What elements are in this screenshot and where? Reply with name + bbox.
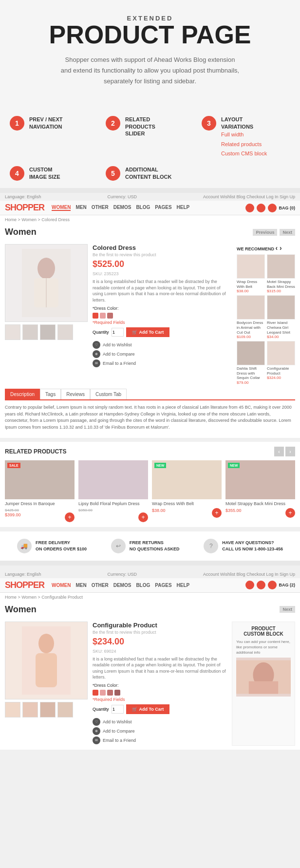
related-next-btn[interactable]: › xyxy=(285,447,295,456)
nav-help[interactable]: HELP xyxy=(177,205,190,211)
related-price-3: $38.00 + xyxy=(152,508,222,513)
account-icon-2[interactable] xyxy=(268,581,277,589)
tab-tags[interactable]: Tags xyxy=(40,389,61,399)
related-name-3: Wrap Dress With Belt xyxy=(152,501,222,507)
compare-action-icon: ⊕ xyxy=(93,350,100,358)
thumb-3[interactable] xyxy=(40,324,56,340)
required-label-2: *Required Fields xyxy=(93,697,227,702)
related-name-2: Lipsy Bold Floral Peplum Dress xyxy=(78,501,148,507)
swatch2-rose[interactable] xyxy=(107,690,113,696)
nav2-other[interactable]: OTHER xyxy=(92,583,109,588)
recommend-area: WE RECOMMEND ‹ › Wrap Dress With Belt $3… xyxy=(237,244,295,385)
swatch-pink[interactable] xyxy=(100,313,106,319)
rec-name-2: Motel Strappy Back Mini Dress xyxy=(267,280,295,289)
hero-description: Shopper comes with support of Ahead Work… xyxy=(10,55,290,87)
add-btn-4[interactable]: + xyxy=(285,508,295,518)
related-section: RELATED PRODUCTS ‹ › SALE Jumper Dress I… xyxy=(0,442,300,527)
nav2-blog[interactable]: BLOG xyxy=(136,583,150,588)
top-bar: Language: English Currency: USD Account … xyxy=(0,193,300,201)
quantity-input-2[interactable] xyxy=(112,705,124,714)
add-to-cart-button[interactable]: 🛒 Add To Cart xyxy=(126,327,170,337)
thumb2-4[interactable] xyxy=(57,702,73,717)
logo: SHOPPER xyxy=(5,203,44,213)
nav2-men[interactable]: MEN xyxy=(75,583,86,588)
cart-icon: 🛒 xyxy=(132,330,137,335)
tabs-row: Description Tags Reviews Custom Tab xyxy=(5,389,295,400)
wishlist-icon[interactable] xyxy=(257,204,265,212)
add-btn-1[interactable]: + xyxy=(65,512,75,522)
bf-questions: ? HAVE ANY QUESTIONS?CALL US NOW 1-800-1… xyxy=(204,539,283,553)
thumb-2[interactable] xyxy=(22,324,38,340)
product-sku: SKU: 235223 xyxy=(93,271,232,276)
cart-icon-2: 🛒 xyxy=(132,707,137,712)
wishlist-action[interactable]: ♡ Add to Wishlist xyxy=(93,341,232,349)
nav-men[interactable]: MEN xyxy=(75,205,86,211)
search-icon-2[interactable] xyxy=(245,581,254,589)
rec-product-2: Motel Strappy Back Mini Dress $315.00 xyxy=(267,254,295,293)
related-product-2: Lipsy Bold Floral Peplum Dress $350.00 + xyxy=(78,460,148,522)
swatch2-dark[interactable] xyxy=(114,690,120,696)
thumb2-3[interactable] xyxy=(40,702,56,717)
custom-cms-link[interactable]: Custom CMS block xyxy=(221,149,267,159)
nav2-women[interactable]: WOMEN xyxy=(52,583,71,588)
related-price-4: $355.00 + xyxy=(225,508,295,513)
nav-demos[interactable]: DEMOS xyxy=(113,205,131,211)
rec-img-2 xyxy=(267,254,295,279)
top-bar-right-2: Account Wishlist Blog Checkout Log In Si… xyxy=(203,572,295,577)
thumb-4[interactable] xyxy=(57,324,73,340)
thumb2-2[interactable] xyxy=(22,702,38,717)
compare-action-2[interactable]: ⊕ Add to Compare xyxy=(93,727,227,735)
prev-button[interactable]: Previous xyxy=(253,229,277,236)
nav-pages[interactable]: PAGES xyxy=(155,205,171,211)
hero-title: PRODUCT PAGE xyxy=(10,22,290,47)
add-btn-3[interactable]: + xyxy=(212,508,222,518)
next-button[interactable]: Next xyxy=(280,229,295,236)
rec-nav[interactable]: ‹ › xyxy=(276,244,282,252)
product-thumbnails-2 xyxy=(5,702,88,717)
wishlist-label: Add to Wishlist xyxy=(103,342,132,347)
bag-label[interactable]: BAG (0) xyxy=(279,206,296,210)
email-action[interactable]: ✉ Email to a Friend xyxy=(93,359,232,367)
next-button-2[interactable]: Next xyxy=(280,606,295,613)
swatch-red[interactable] xyxy=(93,313,98,319)
account-icon[interactable] xyxy=(268,204,277,212)
page-title: Women xyxy=(5,227,37,237)
quantity-input[interactable] xyxy=(112,328,124,337)
tab-description[interactable]: Description xyxy=(5,389,40,399)
add-btn-2[interactable]: + xyxy=(138,512,148,522)
rec-name-6: Configurable Product xyxy=(267,366,295,376)
page-title-bar-2: Women Next xyxy=(0,602,300,618)
nav-blog[interactable]: BLOG xyxy=(136,205,150,211)
related-img-3: NEW xyxy=(152,460,222,499)
nav-other[interactable]: OTHER xyxy=(92,205,109,211)
swatch2-red[interactable] xyxy=(93,690,98,696)
nav-women[interactable]: WOMEN xyxy=(52,205,71,211)
nav2-pages[interactable]: PAGES xyxy=(155,583,171,588)
related-img-4: NEW xyxy=(225,460,295,499)
new-badge-4: NEW xyxy=(228,463,240,468)
email-action-2[interactable]: ✉ Email to a Friend xyxy=(93,736,227,744)
bag-label-2[interactable]: BAG (2) xyxy=(279,583,296,587)
thumb-1[interactable] xyxy=(5,324,20,340)
related-prev-btn[interactable]: ‹ xyxy=(274,447,284,456)
full-width-link[interactable]: Full width xyxy=(221,130,267,140)
swatch-rose[interactable] xyxy=(107,313,113,319)
add-to-cart-button-2[interactable]: 🛒 Add To Cart xyxy=(126,704,170,714)
related-product-1: SALE Jumper Dress In Baroque $425.00 $39… xyxy=(5,460,75,522)
search-icon[interactable] xyxy=(245,204,254,212)
related-products-link[interactable]: Related products xyxy=(221,140,267,150)
svg-point-1 xyxy=(38,258,55,279)
quantity-row: Quantity 🛒 Add To Cart xyxy=(93,327,232,337)
compare-action[interactable]: ⊕ Add to Compare xyxy=(93,350,232,358)
tab-custom[interactable]: Custom Tab xyxy=(90,389,127,399)
wishlist-icon-2[interactable] xyxy=(257,581,265,589)
feature-text-3: LAYOUTVARIATIONS xyxy=(221,116,267,130)
thumb2-1[interactable] xyxy=(5,702,20,717)
tab-reviews[interactable]: Reviews xyxy=(61,389,90,399)
swatch2-pink[interactable] xyxy=(100,690,106,696)
nav2-demos[interactable]: DEMOS xyxy=(113,583,131,588)
nav2-help[interactable]: HELP xyxy=(177,583,190,588)
related-img-1: SALE xyxy=(5,460,75,499)
wishlist-action-2[interactable]: ♡ Add to Wishlist xyxy=(93,718,227,726)
email-action-icon: ✉ xyxy=(93,359,100,367)
